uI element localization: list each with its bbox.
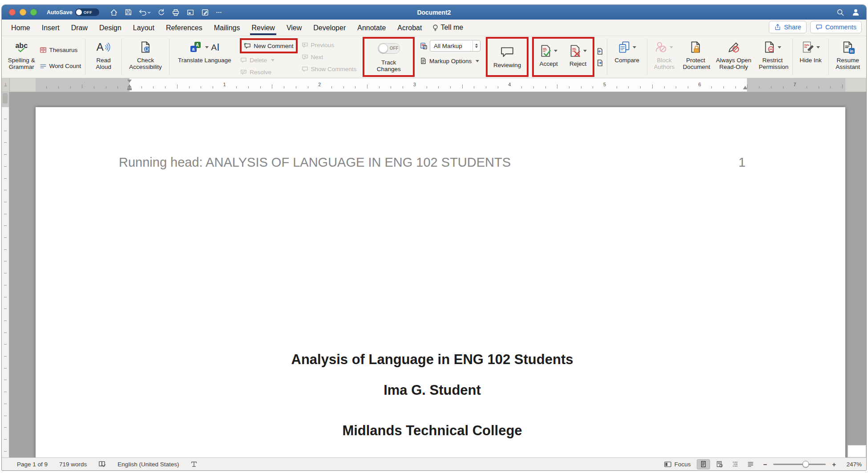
ruler-tick — [236, 86, 237, 88]
word-count-status[interactable]: 719 words — [59, 461, 87, 468]
undo-icon[interactable] — [139, 8, 151, 16]
block-authors-button[interactable]: Block Authors — [650, 36, 679, 78]
translate-language-button[interactable]: A a A Translate Language — [172, 36, 237, 78]
outline-view-button[interactable] — [729, 460, 741, 469]
menu-tab-view[interactable]: View — [281, 21, 307, 35]
menu-tab-home[interactable]: Home — [5, 21, 36, 35]
reject-button[interactable]: Reject — [563, 39, 593, 75]
menu-tab-insert[interactable]: Insert — [36, 21, 65, 35]
ruler-tick — [284, 86, 284, 88]
ruler-tick — [4, 131, 7, 131]
vertical-ruler-marker[interactable] — [3, 93, 8, 104]
close-button[interactable] — [9, 9, 16, 16]
proofing-status-icon[interactable] — [98, 461, 106, 468]
accessibility-icon — [140, 41, 151, 53]
search-icon[interactable] — [836, 8, 844, 16]
menu-tab-acrobat[interactable]: Acrobat — [392, 21, 428, 35]
text-settings-icon[interactable] — [190, 461, 198, 468]
document-page[interactable]: Running head: ANALYSIS OF LANGUAGE IN EN… — [36, 107, 845, 457]
ruler-number: 5 — [602, 82, 607, 87]
language-status[interactable]: English (United States) — [117, 461, 179, 468]
web-layout-view-button[interactable] — [713, 460, 726, 469]
always-open-read-only-button[interactable]: Always Open Read-Only — [712, 36, 755, 78]
previous-comment-button[interactable]: Previous — [301, 40, 357, 50]
new-comment-button[interactable]: New Comment — [244, 40, 293, 51]
menu-tab-review[interactable]: Review — [246, 21, 280, 35]
chevron-down-icon — [271, 59, 275, 61]
minimize-button[interactable] — [20, 9, 26, 16]
ruler-tick — [4, 202, 7, 202]
ruler-tick — [581, 86, 581, 88]
zoom-out-button[interactable]: − — [763, 461, 767, 468]
menu-tab-mailings[interactable]: Mailings — [208, 21, 246, 35]
markup-options-button[interactable]: Markup Options — [420, 56, 480, 66]
accept-change-icon — [540, 44, 552, 57]
ruler-tick — [272, 84, 272, 88]
word-count-button[interactable]: Word Count — [40, 61, 81, 72]
hide-ink-button[interactable]: Hide Ink — [795, 36, 827, 78]
protect-document-button[interactable]: Protect Document — [679, 36, 712, 78]
resume-assistant-button[interactable]: in Resume Assistant — [831, 36, 864, 78]
chevron-down-icon — [583, 50, 587, 52]
ruler-tick — [783, 86, 783, 88]
menu-tab-layout[interactable]: Layout — [127, 21, 160, 35]
ruler-tick — [759, 86, 759, 88]
block-authors-icon — [655, 41, 667, 53]
zoom-slider[interactable] — [773, 464, 826, 465]
ruler-tick — [676, 86, 676, 88]
display-for-review-icon — [420, 42, 428, 50]
previous-change-icon[interactable] — [596, 48, 604, 55]
zoom-in-button[interactable]: + — [832, 461, 836, 468]
redo-icon[interactable] — [157, 8, 165, 16]
autosave-toggle[interactable]: OFF — [75, 8, 99, 16]
next-change-icon[interactable] — [596, 59, 604, 67]
spelling-grammar-button[interactable]: abc Spelling & Grammar — [4, 36, 40, 78]
zoom-level[interactable]: 247% — [842, 461, 862, 468]
next-comment-label: Next — [311, 54, 323, 60]
chevron-down-icon — [554, 50, 557, 52]
markup-options-label: Markup Options — [429, 58, 472, 64]
reviewing-button[interactable]: Reviewing — [488, 39, 527, 75]
save-icon[interactable] — [125, 8, 132, 16]
comments-button[interactable]: Comments — [810, 21, 862, 33]
restrict-permission-button[interactable]: Restrict Permission — [755, 36, 790, 78]
delete-comment-button[interactable]: Delete — [240, 55, 297, 65]
show-comments-button[interactable]: Show Comments — [301, 64, 357, 74]
page-info[interactable]: Page 1 of 9 — [17, 461, 48, 468]
print-icon[interactable] — [172, 8, 180, 16]
menu-tab-draw[interactable]: Draw — [65, 21, 93, 35]
focus-button[interactable]: Focus — [664, 461, 691, 468]
print-layout-view-button[interactable] — [697, 459, 710, 469]
tell-me[interactable]: Tell me — [432, 24, 463, 32]
zoom-slider-knob[interactable] — [803, 461, 809, 468]
draft-view-button[interactable] — [744, 460, 757, 469]
thesaurus-button[interactable]: Thesaurus — [40, 45, 81, 56]
menu-tab-annotate[interactable]: Annotate — [351, 21, 392, 35]
ruler-tick — [533, 86, 534, 88]
focus-icon — [664, 461, 672, 468]
menu-tab-references[interactable]: References — [160, 21, 208, 35]
resolve-comment-button[interactable]: Resolve — [240, 67, 297, 77]
menu-tab-design[interactable]: Design — [93, 21, 127, 35]
ruler-tick — [4, 142, 7, 143]
running-head-row: Running head: ANALYSIS OF LANGUAGE IN EN… — [119, 154, 746, 170]
markup-select[interactable]: All Markup — [430, 40, 480, 52]
first-line-indent-marker[interactable] — [127, 80, 132, 83]
switch-windows-icon[interactable] — [186, 8, 194, 16]
account-icon[interactable] — [852, 8, 860, 16]
track-changes-toggle[interactable]: OFF — [378, 43, 400, 54]
share-button[interactable]: Share — [769, 21, 807, 33]
word-count-label: Word Count — [49, 63, 81, 69]
home-icon[interactable] — [110, 8, 118, 16]
accept-button[interactable]: Accept — [534, 39, 563, 75]
fullscreen-button[interactable] — [30, 9, 37, 16]
next-comment-button[interactable]: Next — [301, 52, 357, 62]
compare-button[interactable]: Compare — [610, 36, 645, 78]
draw-touch-icon[interactable] — [201, 8, 209, 16]
menu-tab-developer[interactable]: Developer — [307, 21, 351, 35]
more-toolbar-icon[interactable] — [216, 9, 222, 16]
read-aloud-button[interactable]: A Read Aloud — [88, 36, 119, 78]
ruler-tick — [842, 84, 843, 88]
tab-selector[interactable]: ⊥ — [2, 78, 10, 91]
check-accessibility-button[interactable]: Check Accessibility — [124, 36, 167, 78]
